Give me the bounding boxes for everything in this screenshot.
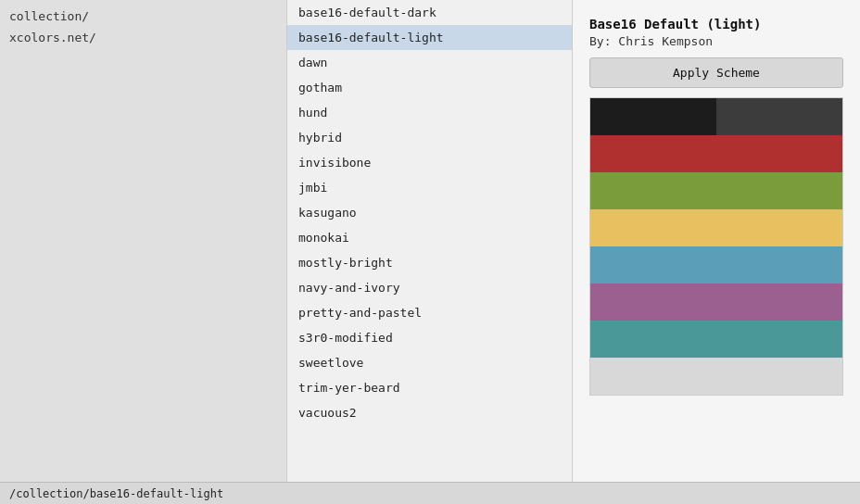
color-swatch xyxy=(716,246,842,284)
scheme-list-item[interactable]: invisibone xyxy=(287,150,572,175)
scheme-author: By: Chris Kempson xyxy=(589,34,843,48)
color-row xyxy=(590,246,842,284)
apply-scheme-button[interactable]: Apply Scheme xyxy=(589,57,843,88)
status-text: /collection/base16-default-light xyxy=(9,487,223,500)
scheme-list-item[interactable]: jmbi xyxy=(287,175,572,200)
scheme-list-item[interactable]: vacuous2 xyxy=(287,400,572,425)
color-swatch xyxy=(716,98,842,135)
scheme-list-item[interactable]: pretty-and-pastel xyxy=(287,300,572,325)
color-preview xyxy=(589,97,843,396)
scheme-list-item[interactable]: dawn xyxy=(287,50,572,75)
color-swatch xyxy=(590,358,716,395)
color-swatch xyxy=(716,172,842,209)
right-panel: Base16 Default (light) By: Chris Kempson… xyxy=(573,0,860,482)
color-row xyxy=(590,135,842,172)
color-swatch xyxy=(590,98,716,135)
middle-panel: base16-default-darkbase16-default-lightd… xyxy=(287,0,573,482)
color-row xyxy=(590,98,842,135)
color-swatch xyxy=(716,358,842,395)
scheme-list-item[interactable]: sweetlove xyxy=(287,350,572,375)
scheme-info: Base16 Default (light) By: Chris Kempson xyxy=(589,15,843,48)
color-swatch xyxy=(590,135,716,172)
color-swatch xyxy=(716,321,842,358)
color-swatch xyxy=(590,321,716,358)
scheme-list-item[interactable]: base16-default-dark xyxy=(287,0,572,25)
scheme-list-item[interactable]: mostly-bright xyxy=(287,250,572,275)
scheme-list-item[interactable]: base16-default-light xyxy=(287,25,572,50)
left-panel: collection/xcolors.net/ xyxy=(0,0,287,482)
scheme-list-item[interactable]: kasugano xyxy=(287,200,572,225)
scheme-list-item[interactable]: s3r0-modified xyxy=(287,325,572,350)
color-row xyxy=(590,321,842,358)
status-bar: /collection/base16-default-light xyxy=(0,482,860,504)
scheme-list-item[interactable]: hund xyxy=(287,100,572,125)
scheme-list-item[interactable]: monokai xyxy=(287,225,572,250)
main-area: collection/xcolors.net/ base16-default-d… xyxy=(0,0,860,482)
scheme-title: Base16 Default (light) xyxy=(589,15,843,34)
scheme-list-item[interactable]: trim-yer-beard xyxy=(287,375,572,400)
left-panel-item[interactable]: collection/ xyxy=(9,7,277,25)
color-swatch xyxy=(590,284,716,321)
scheme-list-item[interactable]: gotham xyxy=(287,75,572,100)
scheme-list-item[interactable]: hybrid xyxy=(287,125,572,150)
color-row xyxy=(590,172,842,209)
color-row xyxy=(590,209,842,246)
color-row xyxy=(590,284,842,321)
left-panel-item[interactable]: xcolors.net/ xyxy=(9,29,277,46)
color-swatch xyxy=(590,246,716,284)
scheme-list-item[interactable]: navy-and-ivory xyxy=(287,275,572,300)
color-swatch xyxy=(716,284,842,321)
color-swatch xyxy=(716,209,842,246)
color-swatch xyxy=(716,135,842,172)
color-swatch xyxy=(590,209,716,246)
color-swatch xyxy=(590,172,716,209)
color-row xyxy=(590,358,842,395)
